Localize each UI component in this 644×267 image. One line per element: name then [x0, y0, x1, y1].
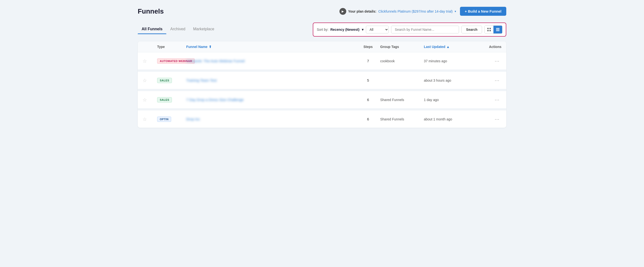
star-cell-2: ☆	[142, 77, 157, 83]
header-right: ▶ Your plan details: Clickfunnels Platin…	[340, 7, 506, 16]
tab-all-funnels[interactable]: All Funnels	[138, 25, 166, 34]
table-row: ☆ SALES Training Team Test 5 about 3 hou…	[138, 72, 506, 89]
tabs-and-controls: All Funnels Archived Marketplace Sort by…	[138, 22, 506, 36]
col-type: Type	[157, 45, 186, 49]
more-actions-button-4[interactable]: ···	[493, 115, 502, 123]
steps-cell-4: 6	[356, 117, 380, 121]
updated-cell-3: 1 day ago	[424, 98, 472, 102]
type-cell-3: SALES	[157, 97, 186, 102]
view-toggle-group	[484, 25, 502, 34]
actions-cell-2: ···	[472, 77, 502, 84]
star-cell-1: ☆	[142, 58, 157, 64]
funnels-table: Type Funnel Name ⬆ Steps Group Tags Last…	[138, 41, 506, 128]
search-input[interactable]	[391, 26, 459, 33]
steps-cell-2: 5	[356, 78, 380, 82]
plan-details: ▶ Your plan details: Clickfunnels Platin…	[340, 8, 456, 15]
col-actions: Actions	[472, 45, 502, 49]
page-title: Funnels	[138, 7, 164, 15]
svg-rect-4	[496, 28, 500, 29]
type-badge-4: OPTIN	[157, 117, 171, 122]
plan-label: Your plan details:	[348, 9, 376, 13]
type-badge-3: SALES	[157, 97, 172, 102]
page-header: Funnels ▶ Your plan details: Clickfunnel…	[138, 7, 506, 16]
more-actions-button-2[interactable]: ···	[493, 77, 502, 84]
funnel-name-4[interactable]: Drop Inc	[186, 117, 356, 121]
funnel-name-1[interactable]: Clickpickt: The Auto Webinar Funnel	[186, 59, 356, 63]
steps-cell-1: 7	[356, 59, 380, 63]
type-cell-4: OPTIN	[157, 117, 186, 122]
type-badge-2: SALES	[157, 78, 172, 83]
steps-cell-3: 6	[356, 98, 380, 102]
plan-icon: ▶	[340, 8, 346, 15]
type-cell-2: SALES	[157, 78, 186, 83]
last-updated-sort-icon: ▲	[446, 45, 450, 49]
plan-chevron-icon: ▾	[455, 10, 456, 13]
col-updated[interactable]: Last Updated ▲	[424, 45, 472, 49]
filter-select[interactable]: All Sales Optin Webinar	[366, 26, 389, 33]
svg-rect-6	[496, 30, 500, 31]
table-row: ☆ SALES 7 Day Drop a Dress Size Challeng…	[138, 91, 506, 109]
search-button[interactable]: Search	[462, 26, 482, 33]
grid-view-button[interactable]	[485, 26, 494, 33]
col-tags: Group Tags	[380, 45, 424, 49]
type-cell-1: AUTOMATED WEBINAR	[157, 58, 186, 64]
list-view-button[interactable]	[494, 26, 502, 33]
row-divider	[138, 70, 506, 72]
col-star	[142, 45, 157, 49]
actions-cell-1: ···	[472, 57, 502, 65]
star-cell-4: ☆	[142, 116, 157, 122]
updated-cell-1: 37 minutes ago	[424, 59, 472, 63]
star-icon-2[interactable]: ☆	[142, 77, 147, 83]
plan-link[interactable]: Clickfunnels Platinum ($297/mo after 14-…	[378, 9, 453, 13]
star-icon-4[interactable]: ☆	[142, 116, 147, 122]
star-icon-3[interactable]: ☆	[142, 97, 147, 103]
tab-marketplace[interactable]: Marketplace	[189, 25, 218, 34]
svg-rect-1	[490, 28, 491, 29]
svg-rect-3	[490, 30, 491, 31]
col-name[interactable]: Funnel Name ⬆	[186, 45, 356, 49]
tags-cell-1: cookbook	[380, 59, 424, 63]
table-header: Type Funnel Name ⬆ Steps Group Tags Last…	[138, 41, 506, 52]
more-actions-button-3[interactable]: ···	[493, 96, 502, 103]
funnel-name-sort-icon: ⬆	[209, 45, 212, 49]
table-body: ☆ AUTOMATED WEBINAR Clickpickt: The Auto…	[138, 52, 506, 128]
build-funnel-button[interactable]: + Build a New Funnel	[460, 7, 506, 16]
tab-archived[interactable]: Archived	[166, 25, 189, 34]
col-steps: Steps	[356, 45, 380, 49]
sort-dropdown[interactable]: ▾	[362, 28, 364, 31]
row-divider	[138, 89, 506, 91]
svg-rect-5	[496, 29, 500, 30]
actions-cell-3: ···	[472, 96, 502, 103]
svg-rect-2	[487, 30, 488, 31]
tab-group: All Funnels Archived Marketplace	[138, 25, 218, 34]
row-divider	[138, 109, 506, 110]
table-row: ☆ OPTIN Drop Inc 6 Shared Funnels about …	[138, 110, 506, 128]
updated-cell-4: about 1 month ago	[424, 117, 472, 121]
actions-cell-4: ···	[472, 115, 502, 123]
star-cell-3: ☆	[142, 97, 157, 103]
tags-cell-4: Shared Funnels	[380, 117, 424, 121]
funnel-name-2[interactable]: Training Team Test	[186, 78, 356, 82]
updated-cell-2: about 3 hours ago	[424, 78, 472, 82]
sort-label: Sort by: Recency (Newest)	[317, 28, 359, 31]
more-actions-button-1[interactable]: ···	[493, 57, 502, 65]
controls-bar: Sort by: Recency (Newest) ▾ All Sales Op…	[313, 22, 506, 36]
svg-rect-0	[487, 28, 488, 29]
star-icon-1[interactable]: ☆	[142, 58, 147, 64]
funnel-name-3[interactable]: 7 Day Drop a Dress Size Challenge	[186, 98, 356, 102]
table-row: ☆ AUTOMATED WEBINAR Clickpickt: The Auto…	[138, 52, 506, 70]
tags-cell-3: Shared Funnels	[380, 98, 424, 102]
